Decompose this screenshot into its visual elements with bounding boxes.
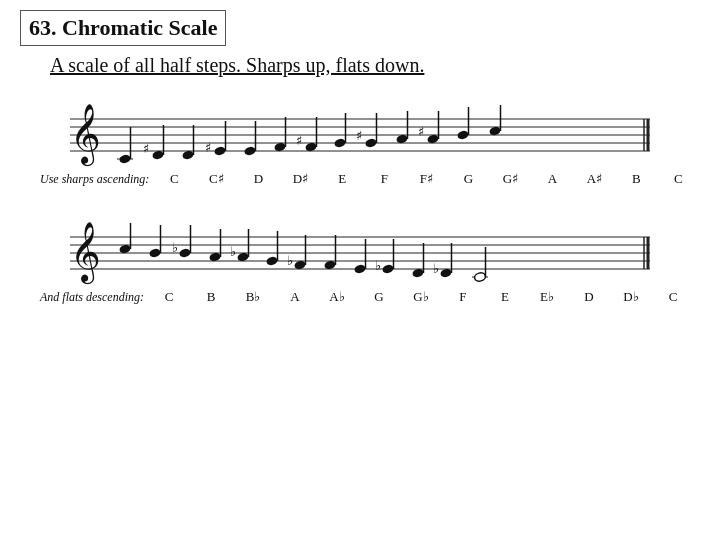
svg-point-78 — [474, 272, 487, 283]
svg-text:♯: ♯ — [143, 141, 149, 156]
svg-point-29 — [365, 138, 378, 149]
descending-section: 𝄞 ♭ — [20, 207, 700, 305]
svg-point-9 — [119, 154, 132, 165]
svg-text:𝄞: 𝄞 — [70, 104, 101, 167]
svg-point-17 — [214, 146, 227, 157]
svg-text:♭: ♭ — [172, 240, 178, 255]
svg-point-70 — [382, 264, 395, 275]
svg-text:♭: ♭ — [230, 244, 236, 259]
svg-point-60 — [266, 256, 279, 267]
svg-point-26 — [334, 138, 347, 149]
ascending-notation: 𝄞 ♯ — [40, 89, 660, 179]
page-title: 63. Chromatic Scale — [29, 15, 217, 40]
note-C2: C — [657, 171, 699, 187]
svg-text:♭: ♭ — [433, 261, 439, 276]
ascending-section: 𝄞 ♯ — [20, 89, 700, 187]
svg-text:♯: ♯ — [356, 128, 362, 143]
svg-point-36 — [457, 130, 470, 141]
svg-text:♯: ♯ — [205, 140, 211, 155]
svg-text:𝄞: 𝄞 — [70, 222, 101, 285]
svg-text:♯: ♯ — [418, 124, 424, 139]
svg-point-67 — [354, 264, 367, 275]
svg-text:♭: ♭ — [375, 258, 381, 273]
svg-text:♭: ♭ — [287, 253, 293, 268]
subtitle: A scale of all half steps. Sharps up, fl… — [50, 54, 700, 77]
title-box: 63. Chromatic Scale — [20, 10, 226, 46]
svg-point-50 — [149, 248, 162, 259]
svg-point-53 — [179, 248, 192, 259]
svg-text:♯: ♯ — [296, 133, 302, 148]
ascending-staff: 𝄞 ♯ — [40, 89, 660, 169]
svg-point-19 — [244, 146, 257, 157]
descending-notation: 𝄞 ♭ — [40, 207, 660, 297]
page-content: 63. Chromatic Scale A scale of all half … — [0, 0, 720, 335]
descending-staff: 𝄞 ♭ — [40, 207, 660, 287]
